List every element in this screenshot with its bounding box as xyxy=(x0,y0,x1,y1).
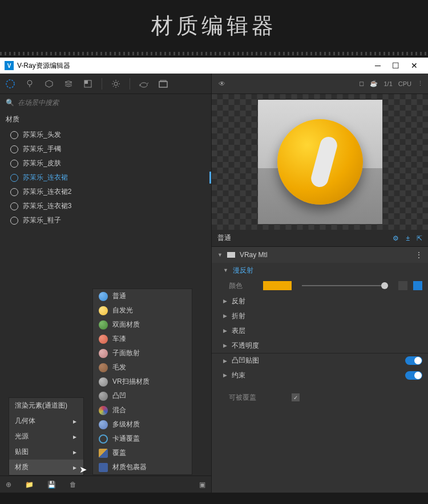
window-title: V-Ray资源编辑器 xyxy=(17,61,375,71)
purge-icon[interactable]: ▣ xyxy=(199,481,205,489)
material-type-icon xyxy=(227,252,235,258)
texture-slot-button[interactable] xyxy=(398,281,407,290)
svg-point-0 xyxy=(6,80,14,88)
ctx-lights[interactable]: 光源▸ xyxy=(9,429,83,444)
materials-section-header: 材质 xyxy=(0,111,211,128)
override-checkbox[interactable]: ✓ xyxy=(292,393,300,401)
submenu-sss[interactable]: 子面散射 xyxy=(93,346,192,360)
color-swatch[interactable] xyxy=(263,281,292,290)
texture-enable-button[interactable] xyxy=(413,281,422,290)
ctx-textures[interactable]: 贴图▸ xyxy=(9,444,83,460)
submenu-hair[interactable]: 毛发 xyxy=(93,360,192,375)
preview-toolbar: 👁 ◻ ☕ 1/1 CPU ⋮ xyxy=(212,74,428,94)
preview-fraction: 1/1 xyxy=(383,80,392,87)
binid-toggle[interactable] xyxy=(405,371,422,380)
preview-viewport xyxy=(258,100,382,224)
properties-panel: 👁 ◻ ☕ 1/1 CPU ⋮ 普通 ⚙ ± ⇱ xyxy=(211,74,428,493)
app-window: V V-Ray资源编辑器 ─ ☐ ✕ 🔍 xyxy=(0,58,428,493)
folder-icon[interactable]: 📁 xyxy=(25,481,34,489)
svg-rect-8 xyxy=(160,80,166,82)
submenu-blend[interactable]: 混合 xyxy=(93,403,192,417)
material-item[interactable]: 苏茉乐_头发 xyxy=(0,128,211,142)
teapot-icon[interactable] xyxy=(138,78,150,90)
svg-point-6 xyxy=(140,83,147,87)
materials-tab-icon[interactable] xyxy=(5,78,16,90)
material-menu-icon[interactable]: ⋮ xyxy=(415,251,422,259)
geometry-tab-icon[interactable] xyxy=(43,78,55,90)
color-label: 颜色 xyxy=(229,281,257,291)
asset-toolbar xyxy=(0,74,211,94)
settings-small-icon[interactable]: ⚙ xyxy=(393,234,399,242)
material-item[interactable]: 苏茉乐_皮肤 xyxy=(0,156,211,170)
preview-sphere xyxy=(277,119,363,205)
collapse-icon[interactable]: ▼ xyxy=(217,252,223,258)
search-row: 🔍 xyxy=(0,94,211,111)
submenu-carpaint[interactable]: 车漆 xyxy=(93,332,192,346)
section-refract[interactable]: ▶折射 xyxy=(212,308,428,323)
section-opacity[interactable]: ▶不透明度 xyxy=(212,338,428,353)
search-input[interactable] xyxy=(18,99,205,107)
minimize-button[interactable]: ─ xyxy=(375,61,381,70)
titlebar: V V-Ray资源编辑器 ─ ☐ ✕ xyxy=(0,58,428,74)
submenu-multisub[interactable]: 多级材质 xyxy=(93,417,192,432)
ctx-render-elements[interactable]: 渲染元素(通道图) xyxy=(9,398,83,413)
submenu-bump[interactable]: 凸凹 xyxy=(93,389,192,403)
preview-mode[interactable]: CPU xyxy=(398,80,411,87)
svg-point-1 xyxy=(27,80,32,85)
preview-teapot-icon[interactable]: ☕ xyxy=(370,80,378,87)
preview-menu-icon[interactable]: ⋮ xyxy=(417,80,423,87)
ctx-materials[interactable]: 材质▸ xyxy=(9,460,83,475)
material-item[interactable]: 苏茉乐_鞋子 xyxy=(0,213,211,227)
material-item[interactable]: 苏茉乐_手镯 xyxy=(0,142,211,156)
section-reflect[interactable]: ▶反射 xyxy=(212,294,428,308)
override-label: 可被覆盖 xyxy=(229,393,286,403)
close-button[interactable]: ✕ xyxy=(411,61,418,70)
asset-panel: 🔍 材质 苏茉乐_头发 苏茉乐_手镯 苏茉乐_皮肤 苏茉乐_连衣裙 苏茉乐_连衣… xyxy=(0,74,211,493)
preview-toggle-icon[interactable]: 👁 xyxy=(216,78,228,90)
material-item-selected[interactable]: 苏茉乐_连衣裙 xyxy=(0,170,211,185)
material-item[interactable]: 苏茉乐_连衣裙2 xyxy=(0,185,211,199)
app-icon: V xyxy=(5,61,14,70)
expand-icon[interactable]: ⇱ xyxy=(417,234,422,242)
material-name-row: ▼ VRay Mtl ⋮ xyxy=(212,247,428,263)
texture-tab-icon[interactable] xyxy=(82,78,94,90)
submenu-toon[interactable]: 卡通覆盖 xyxy=(93,432,192,446)
page-title: 材质编辑器 xyxy=(0,0,428,52)
submenu-twosided[interactable]: 双面材质 xyxy=(93,318,192,332)
override-row: 可被覆盖 ✓ xyxy=(212,389,428,405)
materials-submenu: 普通 自发光 双面材质 车漆 子面散射 毛发 VR扫描材质 凸凹 混合 多级材质… xyxy=(92,288,192,475)
submenu-generic[interactable]: 普通 xyxy=(93,289,192,303)
context-menu: 渲染元素(通道图) 几何体▸ 光源▸ 贴图▸ 材质▸ 普通 自发光 双面材质 车… xyxy=(9,397,84,475)
section-bump[interactable]: ▶凸凹贴图 xyxy=(212,353,428,368)
section-coat[interactable]: ▶表层 xyxy=(212,323,428,338)
material-item[interactable]: 苏茉乐_连衣裙3 xyxy=(0,199,211,213)
submenu-emissive[interactable]: 自发光 xyxy=(93,303,192,318)
render-frame-icon[interactable] xyxy=(158,78,169,90)
layers-tab-icon[interactable] xyxy=(63,78,74,90)
section-diffuse[interactable]: ▼漫反射 xyxy=(212,263,428,278)
property-tab-header: 普通 ⚙ ± ⇱ xyxy=(212,230,428,247)
material-preview xyxy=(212,94,428,230)
bump-toggle[interactable] xyxy=(405,356,422,365)
settings-icon[interactable] xyxy=(110,78,122,90)
save-icon[interactable]: 💾 xyxy=(47,481,56,489)
maximize-button[interactable]: ☐ xyxy=(392,61,399,70)
diffuse-amount-slider[interactable] xyxy=(302,285,388,286)
svg-rect-7 xyxy=(159,82,167,87)
section-binding[interactable]: ▶约束 xyxy=(212,368,428,383)
lights-tab-icon[interactable] xyxy=(24,78,35,90)
add-layer-icon[interactable]: ± xyxy=(406,234,410,242)
submenu-override[interactable]: 覆盖 xyxy=(93,446,192,460)
preview-frame-icon[interactable]: ◻ xyxy=(359,80,364,87)
cursor-icon: ➤ xyxy=(79,464,87,475)
delete-icon[interactable]: 🗑 xyxy=(70,481,76,489)
bottom-toolbar: ⊕ 📁 💾 🗑 ▣ xyxy=(0,475,211,493)
add-icon[interactable]: ⊕ xyxy=(6,481,11,489)
submenu-vrscan[interactable]: VR扫描材质 xyxy=(93,375,192,389)
decorative-border xyxy=(0,52,428,55)
svg-rect-4 xyxy=(84,80,88,84)
svg-point-5 xyxy=(114,82,118,86)
ctx-geometry[interactable]: 几何体▸ xyxy=(9,413,83,429)
property-tab-label[interactable]: 普通 xyxy=(217,233,231,243)
submenu-wrapper[interactable]: 材质包裹器 xyxy=(93,460,192,474)
